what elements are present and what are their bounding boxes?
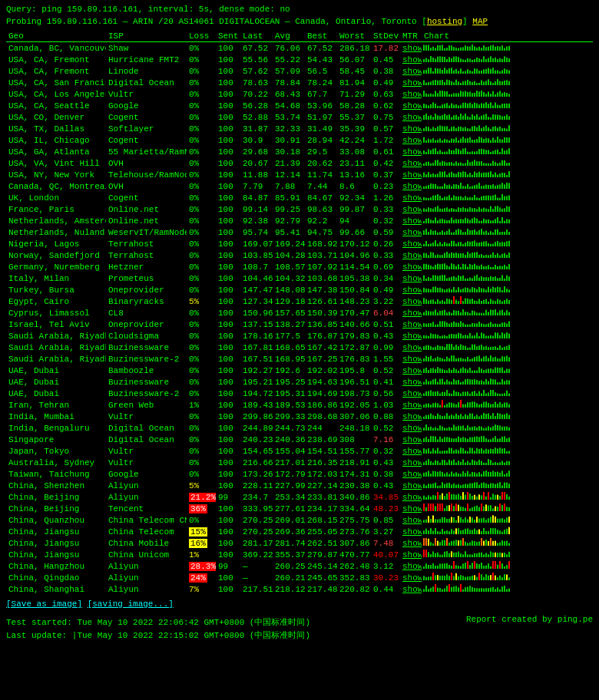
cell-mtr[interactable]: show	[400, 238, 422, 249]
mtr-show-link[interactable]: show	[402, 90, 422, 99]
mtr-show-link[interactable]: show	[402, 447, 422, 456]
cell-mtr[interactable]: show	[400, 411, 422, 422]
mtr-show-link[interactable]: show	[402, 113, 422, 122]
svg-rect-1671	[508, 543, 510, 546]
cell-mtr[interactable]: show	[400, 54, 422, 65]
mtr-show-link[interactable]: show	[402, 78, 422, 88]
mtr-show-link[interactable]: show	[402, 573, 422, 583]
mtr-show-link[interactable]: show	[402, 389, 422, 398]
cell-mtr[interactable]: show	[400, 284, 422, 296]
cell-mtr[interactable]: show	[400, 111, 422, 123]
cell-mtr[interactable]: show	[400, 180, 422, 192]
hosting-link[interactable]: hosting	[427, 17, 462, 26]
mtr-show-link[interactable]: show	[402, 170, 422, 180]
cell-mtr[interactable]: show	[400, 445, 422, 457]
cell-mtr[interactable]: show	[400, 307, 422, 319]
cell-mtr[interactable]: show	[400, 572, 422, 583]
cell-mtr[interactable]: show	[400, 42, 422, 54]
cell-mtr[interactable]: show	[400, 457, 422, 468]
cell-mtr[interactable]: show	[400, 65, 422, 77]
mtr-show-link[interactable]: show	[402, 412, 422, 421]
mtr-show-link[interactable]: show	[402, 527, 422, 537]
cell-mtr[interactable]: show	[400, 296, 422, 307]
mtr-show-link[interactable]: show	[402, 101, 422, 111]
mtr-show-link[interactable]: show	[402, 274, 422, 283]
mtr-show-link[interactable]: show	[402, 458, 422, 467]
cell-mtr[interactable]: show	[400, 399, 422, 411]
mtr-show-link[interactable]: show	[402, 332, 422, 341]
mtr-show-link[interactable]: show	[402, 159, 422, 168]
cell-mtr[interactable]: show	[400, 388, 422, 399]
mtr-show-link[interactable]: show	[402, 205, 422, 214]
mtr-show-link[interactable]: show	[402, 124, 422, 134]
cell-mtr[interactable]: show	[400, 376, 422, 388]
cell-mtr[interactable]: show	[400, 434, 422, 445]
mtr-show-link[interactable]: show	[402, 67, 422, 76]
mtr-show-link[interactable]: show	[402, 424, 422, 433]
cell-mtr[interactable]: show	[400, 526, 422, 537]
mtr-show-link[interactable]: show	[402, 55, 422, 64]
mtr-show-link[interactable]: show	[402, 504, 422, 513]
cell-mtr[interactable]: show	[400, 123, 422, 134]
mtr-show-link[interactable]: show	[402, 309, 422, 318]
mtr-show-link[interactable]: show	[402, 136, 422, 145]
cell-mtr[interactable]: show	[400, 514, 422, 526]
mtr-show-link[interactable]: show	[402, 228, 422, 237]
cell-mtr[interactable]: show	[400, 146, 422, 157]
map-link[interactable]: MAP	[472, 17, 488, 26]
cell-mtr[interactable]: show	[400, 480, 422, 491]
mtr-show-link[interactable]: show	[402, 355, 422, 364]
cell-mtr[interactable]: show	[400, 192, 422, 203]
mtr-show-link[interactable]: show	[402, 239, 422, 249]
mtr-show-link[interactable]: show	[402, 182, 422, 191]
mtr-show-link[interactable]: show	[402, 378, 422, 387]
mtr-show-link[interactable]: show	[402, 320, 422, 329]
mtr-show-link[interactable]: show	[402, 516, 422, 525]
cell-mtr[interactable]: show	[400, 560, 422, 572]
mtr-show-link[interactable]: show	[402, 297, 422, 306]
cell-mtr[interactable]: show	[400, 215, 422, 226]
mtr-show-link[interactable]: show	[402, 44, 422, 53]
cell-mtr[interactable]: show	[400, 261, 422, 272]
save-as-image-button[interactable]: [Save as image]	[6, 599, 82, 609]
cell-mtr[interactable]: show	[400, 537, 422, 549]
mtr-show-link[interactable]: show	[402, 539, 422, 548]
cell-mtr[interactable]: show	[400, 134, 422, 146]
cell-mtr[interactable]: show	[400, 342, 422, 353]
cell-mtr[interactable]: show	[400, 503, 422, 514]
mtr-show-link[interactable]: show	[402, 481, 422, 490]
mtr-show-link[interactable]: show	[402, 401, 422, 410]
cell-mtr[interactable]: show	[400, 330, 422, 342]
mtr-show-link[interactable]: show	[402, 470, 422, 479]
mtr-show-link[interactable]: show	[402, 343, 422, 352]
cell-mtr[interactable]: show	[400, 491, 422, 503]
mtr-show-link[interactable]: show	[402, 193, 422, 203]
mtr-show-link[interactable]: show	[402, 550, 422, 560]
cell-mtr[interactable]: show	[400, 100, 422, 111]
cell-mtr[interactable]: show	[400, 583, 422, 595]
cell-mtr[interactable]: show	[400, 365, 422, 376]
mtr-show-link[interactable]: show	[402, 366, 422, 375]
cell-mtr[interactable]: show	[400, 203, 422, 215]
mtr-show-link[interactable]: show	[402, 562, 422, 571]
cell-mtr[interactable]: show	[400, 272, 422, 284]
cell-mtr[interactable]: show	[400, 549, 422, 560]
mtr-show-link[interactable]: show	[402, 435, 422, 444]
cell-mtr[interactable]: show	[400, 353, 422, 365]
cell-mtr[interactable]: show	[400, 422, 422, 434]
cell-mtr[interactable]: show	[400, 169, 422, 180]
mtr-show-link[interactable]: show	[402, 262, 422, 272]
mtr-show-link[interactable]: show	[402, 216, 422, 226]
mtr-show-link[interactable]: show	[402, 493, 422, 502]
mtr-show-link[interactable]: show	[402, 147, 422, 157]
cell-mtr[interactable]: show	[400, 88, 422, 100]
mtr-show-link[interactable]: show	[402, 251, 422, 260]
cell-mtr[interactable]: show	[400, 249, 422, 261]
mtr-show-link[interactable]: show	[402, 585, 422, 594]
mtr-show-link[interactable]: show	[402, 286, 422, 295]
cell-mtr[interactable]: show	[400, 77, 422, 88]
cell-mtr[interactable]: show	[400, 468, 422, 480]
cell-mtr[interactable]: show	[400, 226, 422, 238]
cell-mtr[interactable]: show	[400, 157, 422, 169]
cell-mtr[interactable]: show	[400, 319, 422, 330]
